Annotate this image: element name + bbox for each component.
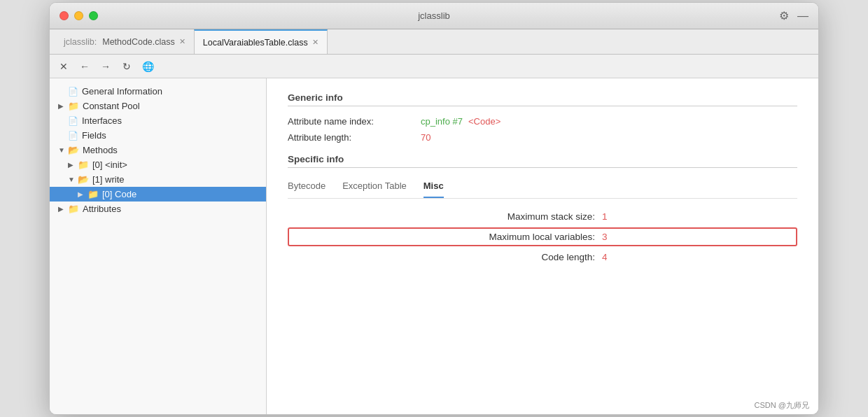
- tab-sub-bytecode[interactable]: Bytecode: [288, 181, 326, 198]
- tree-item-write[interactable]: ▼ 📂 [1] write: [50, 172, 266, 187]
- tab-sub-exception-table[interactable]: Exception Table: [342, 181, 407, 198]
- attribute-length-value: 70: [421, 132, 430, 143]
- back-icon: ←: [80, 61, 90, 72]
- sub-tabs: Bytecode Exception Table Misc: [288, 181, 797, 199]
- close-button[interactable]: [59, 11, 69, 20]
- tree-label-interfaces: Interfaces: [82, 115, 122, 126]
- close-icon: ✕: [59, 61, 68, 72]
- folder-icon-methods: 📂: [68, 145, 79, 155]
- watermark: CSDN @九师兄: [755, 400, 809, 411]
- doc-icon-general: 📄: [68, 87, 78, 97]
- arrow-methods: ▼: [58, 146, 68, 154]
- folder-icon-write: 📂: [78, 174, 89, 185]
- settings-icon[interactable]: ⚙: [779, 9, 789, 22]
- stack-size-value: 1: [602, 211, 630, 222]
- tree-label-constantpool: Constant Pool: [83, 101, 140, 111]
- titlebar: jclasslib ⚙ —: [50, 3, 818, 29]
- toolbar-back-button[interactable]: ←: [76, 58, 93, 75]
- tab-localvariables-label: LocalVaraiablesTable.class: [203, 38, 308, 48]
- tree-item-constantpool[interactable]: ▶ 📁 Constant Pool: [50, 99, 266, 113]
- tab-prefix: jclasslib:: [64, 37, 97, 47]
- specific-info-label: Specific info: [288, 154, 797, 164]
- specific-info-divider: [288, 167, 797, 168]
- code-length-row: Code length: 4: [288, 252, 797, 262]
- tree-item-fields[interactable]: 📄 Fields: [50, 128, 266, 143]
- titlebar-actions[interactable]: ⚙ —: [779, 9, 808, 22]
- tree-item-interfaces[interactable]: 📄 Interfaces: [50, 113, 266, 128]
- tabs-bar: jclasslib: MethodCode.class ✕ LocalVarai…: [50, 29, 818, 55]
- arrow-attributes: ▶: [58, 205, 68, 213]
- refresh-icon: ↻: [122, 61, 131, 72]
- arrow-constantpool: ▶: [58, 102, 68, 110]
- tab-methodcode-label: MethodCode.class: [102, 37, 175, 47]
- folder-icon-init: 📁: [78, 160, 89, 170]
- toolbar-browser-button[interactable]: 🌐: [139, 58, 156, 75]
- window-controls[interactable]: [59, 11, 98, 20]
- stack-size-label: Maximum stack size:: [455, 211, 595, 222]
- tree-label-general: General Information: [82, 86, 162, 97]
- generic-info-label: Generic info: [288, 92, 797, 103]
- toolbar-close-button[interactable]: ✕: [55, 58, 72, 75]
- local-vars-row: Maximum local variables: 3: [288, 227, 797, 246]
- attribute-name-row: Attribute name index: cp_info #7 <Code>: [288, 116, 797, 127]
- attribute-name-value-cpinfo: cp_info #7: [421, 116, 463, 127]
- tab-sub-misc[interactable]: Misc: [424, 181, 444, 198]
- folder-icon-attributes: 📁: [68, 204, 79, 214]
- arrow-code: ▶: [78, 190, 88, 198]
- tab-methodcode[interactable]: jclasslib: MethodCode.class ✕: [55, 29, 194, 54]
- stack-size-row: Maximum stack size: 1: [288, 211, 797, 222]
- attribute-name-value-code: <Code>: [468, 116, 500, 127]
- tree-label-fields: Fields: [82, 130, 106, 141]
- tree-item-general[interactable]: 📄 General Information: [50, 84, 266, 99]
- folder-icon-code: 📁: [88, 189, 99, 199]
- main-content: 📄 General Information ▶ 📁 Constant Pool …: [50, 78, 818, 414]
- tree-label-write: [1] write: [92, 174, 125, 185]
- folder-icon-constantpool: 📁: [68, 101, 79, 111]
- attribute-name-label: Attribute name index:: [288, 116, 421, 127]
- code-length-value: 4: [602, 252, 630, 262]
- tree-label-code: [0] Code: [102, 189, 136, 199]
- toolbar-forward-button[interactable]: →: [97, 58, 114, 75]
- arrow-init: ▶: [68, 161, 78, 169]
- browser-icon: 🌐: [142, 61, 154, 72]
- local-vars-value: 3: [602, 232, 630, 242]
- attribute-length-row: Attribute length: 70: [288, 132, 797, 143]
- attribute-length-label: Attribute length:: [288, 132, 421, 143]
- minus-icon[interactable]: —: [797, 10, 808, 22]
- tree-panel: 📄 General Information ▶ 📁 Constant Pool …: [50, 78, 267, 414]
- tree-item-code[interactable]: ▶ 📁 [0] Code: [50, 187, 266, 202]
- minimize-button[interactable]: [74, 11, 83, 20]
- code-length-label: Code length:: [455, 252, 595, 262]
- tree-label-methods: Methods: [83, 145, 118, 155]
- tree-item-init[interactable]: ▶ 📁 [0] <init>: [50, 157, 266, 172]
- toolbar-refresh-button[interactable]: ↻: [118, 58, 135, 75]
- toolbar: ✕ ← → ↻ 🌐: [50, 55, 818, 78]
- window-title: jclasslib: [418, 10, 450, 21]
- local-vars-label: Maximum local variables:: [455, 232, 595, 242]
- arrow-write: ▼: [68, 176, 78, 183]
- tree-item-methods[interactable]: ▼ 📂 Methods: [50, 143, 266, 157]
- detail-panel: Generic info Attribute name index: cp_in…: [267, 78, 818, 414]
- doc-icon-fields: 📄: [68, 131, 78, 141]
- tree-item-attributes[interactable]: ▶ 📁 Attributes: [50, 202, 266, 216]
- tree-label-attributes: Attributes: [83, 204, 121, 214]
- misc-content: Maximum stack size: 1 Maximum local vari…: [288, 211, 797, 262]
- tree-label-init: [0] <init>: [92, 160, 127, 170]
- doc-icon-interfaces: 📄: [68, 116, 78, 126]
- tab-localvariables-close[interactable]: ✕: [312, 38, 318, 47]
- generic-info-divider: [288, 106, 797, 106]
- tab-methodcode-close[interactable]: ✕: [179, 37, 186, 46]
- tab-localvariables[interactable]: LocalVaraiablesTable.class ✕: [194, 29, 328, 54]
- forward-icon: →: [101, 61, 111, 72]
- maximize-button[interactable]: [89, 11, 98, 20]
